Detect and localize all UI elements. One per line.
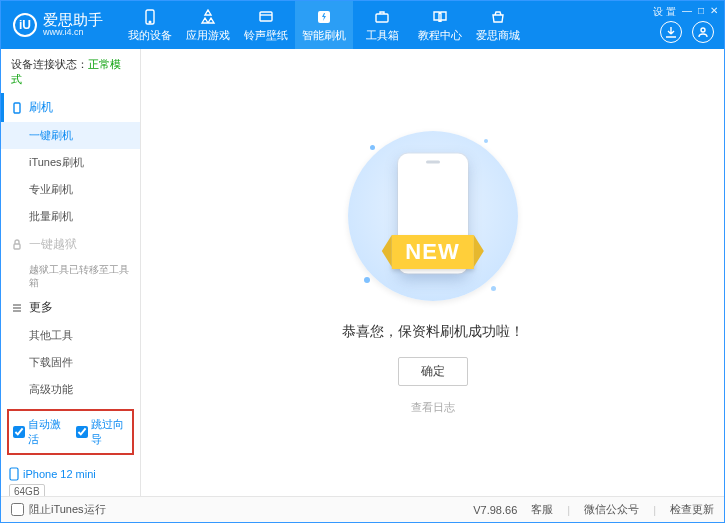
sidebar-head-label: 一键越狱 [29, 236, 77, 253]
kefu-link[interactable]: 客服 [531, 502, 553, 517]
options-box: 自动激活 跳过向导 [7, 409, 134, 455]
tab-label: 智能刷机 [302, 28, 346, 43]
brand-text: 爱思助手 www.i4.cn [43, 12, 103, 38]
main-tabs: 我的设备 应用游戏 铃声壁纸 智能刷机 工具箱 教程中心 [121, 1, 527, 49]
svg-point-1 [149, 21, 151, 23]
brand: iU 爱思助手 www.i4.cn [1, 12, 113, 38]
minimize-button[interactable]: — [682, 5, 692, 19]
logo-icon: iU [13, 13, 37, 37]
version-label: V7.98.66 [473, 504, 517, 516]
tab-store[interactable]: 爱思商城 [469, 1, 527, 49]
connection-status: 设备连接状态：正常模式 [1, 49, 140, 93]
storage-badge: 64GB [9, 484, 45, 496]
view-log-link[interactable]: 查看日志 [411, 400, 455, 415]
store-icon [489, 8, 507, 26]
sidebar-item-itunes[interactable]: iTunes刷机 [1, 149, 140, 176]
device-name-text: iPhone 12 mini [23, 468, 96, 480]
titlebar: iU 爱思助手 www.i4.cn 我的设备 应用游戏 铃声壁纸 智能刷机 [1, 1, 724, 49]
ok-button[interactable]: 确定 [398, 357, 468, 386]
sidebar-item-oneclick[interactable]: 一键刷机 [1, 122, 140, 149]
checkbox-auto-activate-input[interactable] [13, 426, 25, 438]
statusbar: 阻止iTunes运行 V7.98.66 客服 | 微信公众号 | 检查更新 [1, 496, 724, 522]
svg-point-5 [701, 28, 705, 32]
phone-small-icon [11, 102, 23, 114]
sidebar-item-firmware[interactable]: 下载固件 [1, 349, 140, 376]
tab-apps[interactable]: 应用游戏 [179, 1, 237, 49]
tab-label: 工具箱 [366, 28, 399, 43]
tab-toolbox[interactable]: 工具箱 [353, 1, 411, 49]
book-icon [431, 8, 449, 26]
window-controls: 设 置 — □ ✕ [653, 5, 718, 19]
toolbox-icon [373, 8, 391, 26]
profile-button[interactable] [692, 21, 714, 43]
tab-flash[interactable]: 智能刷机 [295, 1, 353, 49]
sidebar-item-advanced[interactable]: 高级功能 [1, 376, 140, 403]
sidebar-item-pro[interactable]: 专业刷机 [1, 176, 140, 203]
flash-icon [315, 8, 333, 26]
conn-label: 设备连接状态： [11, 58, 88, 70]
tab-label: 铃声壁纸 [244, 28, 288, 43]
tab-label: 应用游戏 [186, 28, 230, 43]
separator: | [567, 504, 570, 516]
sidebar-head-label: 刷机 [29, 99, 53, 116]
user-icons [660, 21, 714, 43]
checkbox-auto-activate[interactable]: 自动激活 [13, 417, 66, 447]
svg-rect-7 [14, 244, 20, 249]
separator: | [653, 504, 656, 516]
wechat-link[interactable]: 微信公众号 [584, 502, 639, 517]
success-message: 恭喜您，保资料刷机成功啦！ [342, 323, 524, 341]
checkbox-label: 跳过向导 [91, 417, 129, 447]
tab-label: 爱思商城 [476, 28, 520, 43]
media-icon [257, 8, 275, 26]
block-itunes-input[interactable] [11, 503, 24, 516]
jailbreak-note: 越狱工具已转移至工具箱 [1, 259, 140, 293]
sidebar-item-other[interactable]: 其他工具 [1, 322, 140, 349]
device-icon [9, 467, 19, 481]
success-illustration: NEW [348, 131, 518, 301]
body: 设备连接状态：正常模式 刷机 一键刷机 iTunes刷机 专业刷机 批量刷机 一… [1, 49, 724, 496]
update-link[interactable]: 检查更新 [670, 502, 714, 517]
settings-button[interactable]: 设 置 [653, 5, 676, 19]
download-button[interactable] [660, 21, 682, 43]
svg-rect-8 [10, 468, 18, 480]
phone-icon [141, 8, 159, 26]
sidebar-head-label: 更多 [29, 299, 53, 316]
sidebar-item-batch[interactable]: 批量刷机 [1, 203, 140, 230]
tab-label: 教程中心 [418, 28, 462, 43]
device-info[interactable]: iPhone 12 mini 64GB Down-12mini-13,1 [1, 461, 140, 496]
block-itunes-checkbox[interactable]: 阻止iTunes运行 [11, 502, 106, 517]
tab-ringtones[interactable]: 铃声壁纸 [237, 1, 295, 49]
brand-url: www.i4.cn [43, 28, 103, 38]
checkbox-skip-guide[interactable]: 跳过向导 [76, 417, 129, 447]
svg-rect-4 [376, 14, 388, 22]
sidebar-head-flash[interactable]: 刷机 [1, 93, 140, 122]
tab-label: 我的设备 [128, 28, 172, 43]
statusbar-right: V7.98.66 客服 | 微信公众号 | 检查更新 [473, 502, 714, 517]
svg-rect-2 [260, 12, 272, 21]
svg-rect-6 [14, 103, 20, 113]
sidebar-head-jailbreak: 一键越狱 [1, 230, 140, 259]
apps-icon [199, 8, 217, 26]
lock-icon [11, 239, 23, 251]
main-content: NEW 恭喜您，保资料刷机成功啦！ 确定 查看日志 [141, 49, 724, 496]
checkbox-skip-guide-input[interactable] [76, 426, 88, 438]
app-window: iU 爱思助手 www.i4.cn 我的设备 应用游戏 铃声壁纸 智能刷机 [0, 0, 725, 523]
sidebar: 设备连接状态：正常模式 刷机 一键刷机 iTunes刷机 专业刷机 批量刷机 一… [1, 49, 141, 496]
sidebar-head-more[interactable]: 更多 [1, 293, 140, 322]
device-name: iPhone 12 mini [9, 467, 132, 481]
list-icon [11, 302, 23, 314]
checkbox-label: 自动激活 [28, 417, 66, 447]
new-banner: NEW [391, 235, 473, 269]
close-button[interactable]: ✕ [710, 5, 718, 19]
tab-tutorials[interactable]: 教程中心 [411, 1, 469, 49]
brand-name: 爱思助手 [43, 12, 103, 29]
block-itunes-label: 阻止iTunes运行 [29, 502, 106, 517]
tab-my-device[interactable]: 我的设备 [121, 1, 179, 49]
maximize-button[interactable]: □ [698, 5, 704, 19]
